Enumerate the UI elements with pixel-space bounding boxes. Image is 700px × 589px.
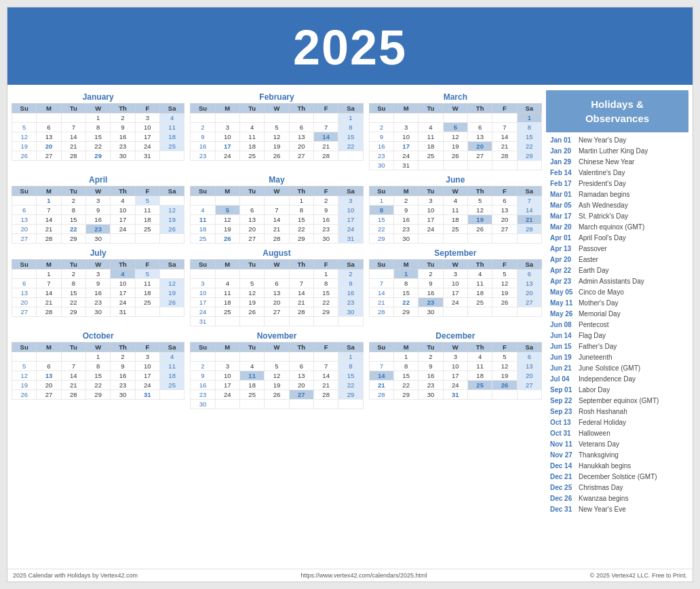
calendar-day: 29 xyxy=(393,390,418,400)
calendar-day: 31 xyxy=(443,390,467,400)
calendar-day: 22 xyxy=(313,298,338,307)
calendar-day xyxy=(12,113,37,123)
calendar-day xyxy=(159,196,184,206)
calendar-day xyxy=(265,400,289,409)
calendar-day: 16 xyxy=(313,215,338,225)
calendar-day: 17 xyxy=(111,215,135,225)
calendar-day xyxy=(338,400,363,409)
calendar-day: 25 xyxy=(135,298,159,307)
day-header: Th xyxy=(467,104,492,113)
day-header: M xyxy=(37,260,61,269)
holiday-item: Jan 20Martin Luther King Day xyxy=(550,146,684,157)
calendar-day: 20 xyxy=(517,371,541,381)
calendar-day xyxy=(215,269,239,279)
calendar-day: 29 xyxy=(85,390,110,400)
calendar-day xyxy=(191,196,215,206)
day-header: W xyxy=(443,187,467,196)
calendar-day: 9 xyxy=(369,132,393,142)
calendar-day: 7 xyxy=(492,123,517,132)
holiday-date: May 11 xyxy=(550,299,576,308)
calendar-day xyxy=(443,234,467,244)
holiday-date: Jan 29 xyxy=(550,157,576,167)
calendar-day: 11 xyxy=(135,206,159,215)
calendar-day: 27 xyxy=(467,151,492,161)
holidays-list: Jan 01New Year's DayJan 20Martin Luther … xyxy=(546,132,688,518)
calendar-day: 14 xyxy=(289,288,313,298)
holiday-name: Thanksgiving xyxy=(579,451,619,460)
day-header: F xyxy=(492,187,517,196)
calendar-day: 4 xyxy=(467,352,492,362)
page-footer: 2025 Calendar with Holidays by Vertex42.… xyxy=(7,569,693,582)
calendar-day xyxy=(419,161,443,170)
calendar-day: 20 xyxy=(289,381,313,390)
calendar-day xyxy=(265,352,289,362)
calendar-day: 12 xyxy=(492,279,517,288)
calendar-day: 10 xyxy=(191,288,215,298)
calendar-day: 9 xyxy=(191,132,215,142)
calendar-day: 22 xyxy=(61,298,85,307)
calendar-day: 15 xyxy=(369,215,393,225)
calendar-day: 16 xyxy=(338,288,363,298)
calendar-day: 7 xyxy=(61,123,85,132)
calendar-day: 12 xyxy=(239,288,264,298)
day-header: Su xyxy=(191,343,215,352)
day-header: Th xyxy=(111,260,135,269)
day-header: Su xyxy=(369,260,393,269)
calendar-day xyxy=(159,269,184,279)
month-title: February xyxy=(190,90,363,103)
holiday-name: Passover xyxy=(579,244,607,254)
calendar-day: 16 xyxy=(111,132,135,142)
calendar-day xyxy=(338,151,363,161)
holiday-date: Apr 01 xyxy=(550,233,576,243)
calendar-day: 14 xyxy=(369,371,393,381)
holiday-date: Sep 01 xyxy=(550,385,576,395)
calendar-day: 31 xyxy=(338,234,363,244)
calendar-day: 8 xyxy=(369,206,393,215)
calendar-day: 8 xyxy=(289,206,313,215)
calendar-day: 4 xyxy=(419,123,443,132)
calendar-day: 29 xyxy=(61,307,85,317)
day-header: F xyxy=(313,343,338,352)
calendar-day: 13 xyxy=(517,362,541,371)
calendar-day: 12 xyxy=(159,279,184,288)
calendar-day: 21 xyxy=(369,298,393,307)
calendar-day: 13 xyxy=(289,371,313,381)
calendar-day: 17 xyxy=(135,371,159,381)
calendar-day: 31 xyxy=(393,161,418,170)
calendar-day: 15 xyxy=(393,288,418,298)
holiday-date: Apr 22 xyxy=(550,266,576,276)
holiday-name: Memorial Day xyxy=(579,309,621,319)
calendar-day: 24 xyxy=(111,298,135,307)
calendar-day: 23 xyxy=(419,298,443,307)
calendar-day: 3 xyxy=(443,269,467,279)
calendar-day xyxy=(517,161,541,170)
calendar-day xyxy=(215,317,239,326)
day-header: W xyxy=(85,104,110,113)
calendar-day: 27 xyxy=(12,234,37,244)
month-april: AprilSuMTuWThFSa123456789101112131415161… xyxy=(12,173,184,244)
calendar-day: 28 xyxy=(492,151,517,161)
calendar-day: 31 xyxy=(135,151,159,161)
holiday-date: Nov 11 xyxy=(550,440,576,449)
calendar-day: 26 xyxy=(265,151,289,161)
calendar-day xyxy=(517,390,541,400)
holiday-date: Oct 31 xyxy=(550,429,576,438)
calendar-day: 8 xyxy=(393,279,418,288)
calendar-day: 27 xyxy=(265,307,289,317)
holiday-name: New Year's Eve xyxy=(579,505,626,514)
holiday-name: President's Day xyxy=(579,179,626,189)
calendar-day: 25 xyxy=(239,151,264,161)
holiday-date: Mar 05 xyxy=(550,201,576,210)
holiday-name: December Solstice (GMT) xyxy=(579,472,657,482)
calendar-day: 12 xyxy=(12,371,37,381)
calendar-day: 1 xyxy=(369,196,393,206)
day-header: Sa xyxy=(159,343,184,352)
calendar-day: 30 xyxy=(111,390,135,400)
day-header: Tu xyxy=(419,343,443,352)
calendar-day: 10 xyxy=(393,132,418,142)
calendar-day xyxy=(443,307,467,317)
calendar-day: 11 xyxy=(419,132,443,142)
day-header: W xyxy=(265,104,289,113)
calendar-day xyxy=(313,113,338,123)
calendar-day: 20 xyxy=(239,225,264,234)
